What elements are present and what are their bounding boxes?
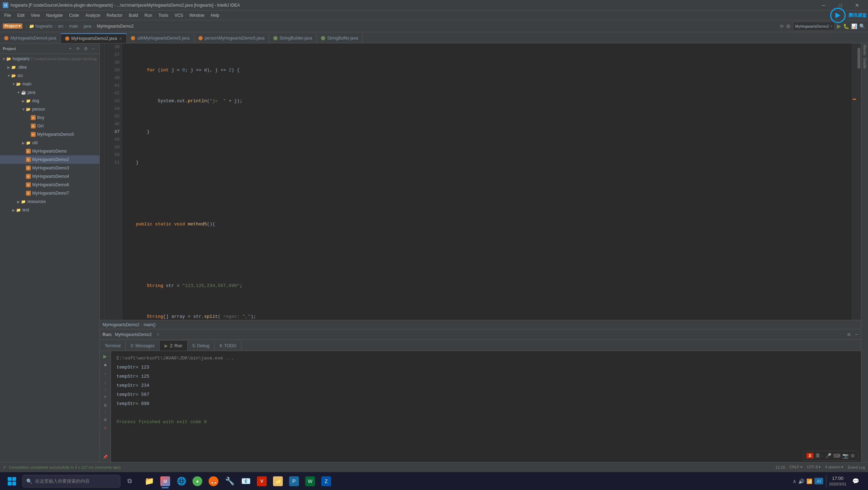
taskbar-app-explorer[interactable]: 📁 [141, 474, 157, 489]
menu-help[interactable]: Help [208, 12, 222, 19]
status-position[interactable]: 11:16 [776, 465, 785, 469]
run-tab-terminal[interactable]: Terminal [100, 341, 126, 351]
tree-src[interactable]: ▼ 📂 src [0, 71, 99, 80]
tree-dog[interactable]: ▶ 📁 dog [0, 97, 99, 105]
breadcrumb-java[interactable]: java [84, 24, 91, 29]
breadcrumb-hogwarts[interactable]: 📁 hogwarts [29, 24, 52, 29]
taskbar-app-app2[interactable]: 🦊 [206, 474, 221, 489]
tree-resources[interactable]: ▶ 📁 resources [0, 197, 99, 206]
gradle-label[interactable]: Gradle [863, 58, 867, 69]
start-button[interactable] [3, 474, 21, 489]
tree-demo1[interactable]: C MyHogwartsDemo [0, 147, 99, 155]
tree-demo4[interactable]: C MyHogwartsDemo4 [0, 172, 99, 181]
sync-icon[interactable]: ⟳ [780, 23, 784, 29]
coverage-button[interactable]: 📊 [851, 23, 857, 29]
ai-badge[interactable]: Ai [814, 478, 823, 484]
scrollbar-thumb[interactable] [858, 48, 860, 69]
menu-build[interactable]: Build [126, 12, 141, 19]
tab-demo2[interactable]: MyHogwartsDemo2.java ✕ [61, 33, 127, 43]
status-encoding[interactable]: UTF-8 ▾ [807, 465, 821, 469]
run-tab-todo[interactable]: 6: TODO [215, 341, 241, 351]
run-button[interactable]: ▶ [837, 23, 841, 29]
run-wrap-btn[interactable]: ≡ [102, 393, 109, 400]
project-badge[interactable]: Project ▾ [3, 23, 22, 29]
minimize-button[interactable]: ─ [816, 0, 832, 10]
run-scroll-up-btn[interactable]: ↑ [102, 370, 109, 378]
tree-java[interactable]: ▼ ☕ java [0, 88, 99, 97]
sidebar-close-btn[interactable]: − [90, 46, 97, 52]
taskbar-app-app1[interactable]: ♦ [190, 474, 205, 489]
run-minimize-icon[interactable]: − [855, 331, 858, 338]
menu-run[interactable]: Run [142, 12, 155, 19]
notification-button[interactable]: 💬 [849, 474, 862, 489]
status-event-log[interactable]: Event Log [848, 465, 865, 469]
breadcrumb-main[interactable]: main [69, 24, 78, 29]
taskbar-app-chrome[interactable]: 🌐 [174, 474, 189, 489]
tray-volume[interactable]: 🔊 [798, 478, 804, 484]
tree-main[interactable]: ▼ 📂 main [0, 80, 99, 88]
sidebar-sync-btn[interactable]: ⟳ [75, 46, 81, 52]
tree-idea[interactable]: ▶ 📁 .idea [0, 63, 99, 71]
taskbar-app-app8[interactable]: Z [318, 474, 334, 489]
tree-demo2[interactable]: C MyHogwartsDemo2 [0, 155, 99, 164]
taskbar-app-app3[interactable]: 🔧 [222, 474, 237, 489]
run-settings-icon[interactable]: ⚙ [847, 332, 851, 337]
tree-demo5-person[interactable]: C MyHogwartsDemo5 [0, 130, 99, 139]
taskbar-app-intellij[interactable]: IJ [158, 474, 173, 489]
tree-util[interactable]: ▶ 📁 util [0, 139, 99, 147]
run-pin-btn[interactable]: 📌 [102, 453, 109, 461]
status-line-sep[interactable]: CRLF ▾ [789, 465, 803, 469]
vertical-scrollbar[interactable] [857, 43, 861, 320]
settings-icon[interactable]: ⚙ [786, 23, 791, 29]
menu-analyze[interactable]: Analyze [83, 12, 103, 19]
tree-demo7[interactable]: C MyHogwartsDemo7 [0, 189, 99, 197]
tree-girl[interactable]: C Girl [0, 122, 99, 130]
taskview-button[interactable]: ⧉ [122, 474, 137, 489]
code-content[interactable]: for (int j = 0; j <= d), j += 2) { Syste… [122, 43, 852, 320]
tree-person[interactable]: ▼ 📂 person [0, 105, 99, 113]
tray-up-arrow[interactable]: ∧ [793, 478, 796, 484]
run-clear-btn[interactable]: ✕ [102, 424, 109, 432]
tree-test[interactable]: ▶ 📁 test [0, 206, 99, 214]
breadcrumb-file[interactable]: MyHogwartsDemo2 [97, 24, 134, 29]
tree-demo3[interactable]: C MyHogwartsDemo3 [0, 164, 99, 172]
run-play-btn[interactable]: ▶ [102, 352, 109, 360]
menu-code[interactable]: Code [66, 12, 82, 19]
tab-stringbuilder[interactable]: StringBuilder.java [269, 33, 317, 43]
menu-view[interactable]: View [28, 12, 43, 19]
run-config-dropdown[interactable]: MyHogwartsDemo2 ▾ [793, 22, 835, 31]
menu-tools[interactable]: Tools [156, 12, 171, 19]
taskbar-time-display[interactable]: 17:00 2020/3/31 [829, 475, 846, 487]
menu-window[interactable]: Window [187, 12, 207, 19]
maven-label[interactable]: Maven [863, 45, 867, 55]
run-tab-messages[interactable]: 0: Messages [126, 341, 160, 351]
run-filter-btn[interactable]: ⚙ [102, 401, 109, 409]
taskbar-app-app6[interactable]: P [286, 474, 302, 489]
taskbar-app-app5[interactable]: 📁 [270, 474, 286, 489]
taskbar-app-app4[interactable]: V [254, 474, 270, 489]
run-tab-debug[interactable]: 5: Debug [188, 341, 215, 351]
tab-demo4[interactable]: MyHogwartsDemo4.java [0, 33, 61, 43]
tab-demo5-person[interactable]: person\MyHogwartsDemo5.java [194, 33, 269, 43]
tree-boy[interactable]: C Boy [0, 113, 99, 122]
taskbar-app-app7[interactable]: W [302, 474, 318, 489]
taskbar-search[interactable]: 🔍 在这里输入你要搜索的内容 [22, 475, 120, 488]
search-button[interactable]: 🔍 [859, 23, 865, 29]
tab-demo5-util[interactable]: util\MyHogwartsDemo5.java [127, 33, 194, 43]
tree-demo6[interactable]: C MyHogwartsDemo6 [0, 181, 99, 189]
sidebar-settings-btn[interactable]: ⚙ [83, 46, 89, 52]
run-print-btn[interactable]: 🖨 [102, 415, 109, 423]
menu-vcs[interactable]: VCS [172, 12, 186, 19]
menu-refactor[interactable]: Refactor [104, 12, 125, 19]
tray-network[interactable]: 📶 [806, 478, 812, 484]
menu-file[interactable]: File [1, 12, 14, 19]
tab-close-demo2[interactable]: ✕ [119, 36, 122, 41]
run-tab-run[interactable]: ▶ 2: Run [160, 341, 187, 351]
tab-stringbuffer[interactable]: StringBuffer.java [317, 33, 363, 43]
breadcrumb-src[interactable]: src [58, 24, 64, 29]
tree-hogwarts[interactable]: ▼ 📂 hogwarts F:\codeSource\Jenkins-plugi… [0, 55, 99, 63]
menu-edit[interactable]: Edit [14, 12, 27, 19]
run-tab-close[interactable]: ✕ [156, 332, 160, 337]
debug-button[interactable]: 🐛 [843, 23, 849, 29]
run-scroll-down-btn[interactable]: ↓ [102, 379, 109, 386]
